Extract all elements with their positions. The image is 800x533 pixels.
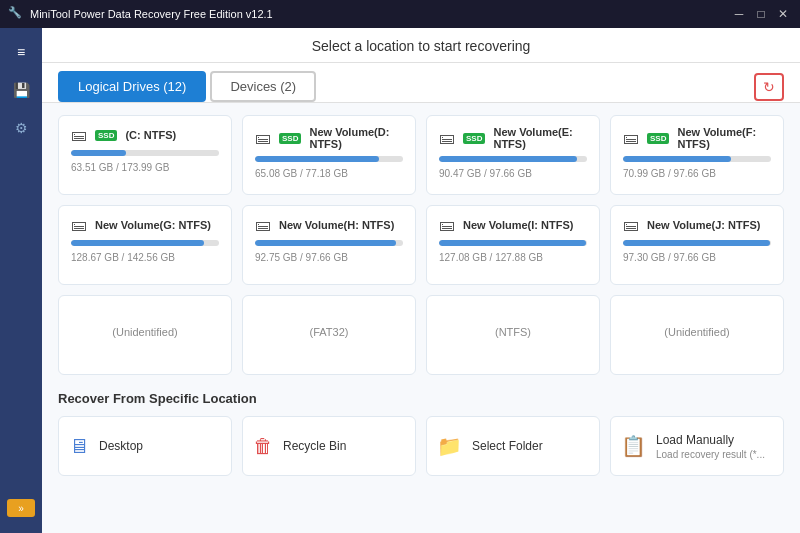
expand-button[interactable]: » [7, 499, 35, 517]
drive-progress-fill [623, 240, 770, 246]
drive-label: (Unidentified) [623, 306, 771, 358]
drive-label: New Volume(J: NTFS) [647, 219, 771, 231]
drive-icon: 🖴 [255, 129, 271, 147]
drive-progress-bar [71, 150, 219, 156]
drive-icon: 🖴 [71, 216, 87, 234]
drive-icon: 💾 [13, 82, 30, 98]
drive-card[interactable]: 🖴 SSD New Volume(D: NTFS) 65.08 GB / 77.… [242, 115, 416, 195]
drive-label: (NTFS) [439, 306, 587, 358]
ssd-badge: SSD [279, 133, 301, 144]
content-area[interactable]: 🖴 SSD (C: NTFS) 63.51 GB / 173.99 GB 🖴 S… [42, 103, 800, 533]
drive-header: 🖴 New Volume(H: NTFS) [255, 216, 403, 234]
drive-icon: 🖴 [439, 129, 455, 147]
drive-size: 128.67 GB / 142.56 GB [71, 252, 219, 263]
drive-progress-bar [255, 156, 403, 162]
sidebar-item-home[interactable]: ≡ [5, 36, 37, 68]
refresh-icon: ↻ [763, 79, 775, 95]
drive-size: 97.30 GB / 97.66 GB [623, 252, 771, 263]
sidebar-bottom: » [7, 499, 35, 525]
drive-label: New Volume(E: NTFS) [493, 126, 587, 150]
tabs-bar: Logical Drives (12) Devices (2) ↻ [42, 63, 800, 103]
drive-header: 🖴 SSD New Volume(D: NTFS) [255, 126, 403, 150]
special-card-folder[interactable]: 📁 Select Folder [426, 416, 600, 476]
special-label: Recycle Bin [283, 439, 346, 453]
app-shell: ≡ 💾 ⚙ » Select a location to start recov… [0, 28, 800, 533]
refresh-button[interactable]: ↻ [754, 73, 784, 101]
special-label: Desktop [99, 439, 143, 453]
drive-card[interactable]: (Unidentified) [58, 295, 232, 375]
special-sublabel: Load recovery result (*... [656, 449, 765, 460]
drive-card[interactable]: (NTFS) [426, 295, 600, 375]
window-controls: ─ □ ✕ [730, 5, 792, 23]
sidebar: ≡ 💾 ⚙ » [0, 28, 42, 533]
drive-progress-fill [439, 156, 577, 162]
drive-card[interactable]: 🖴 SSD New Volume(F: NTFS) 70.99 GB / 97.… [610, 115, 784, 195]
special-card-recycle[interactable]: 🗑 Recycle Bin [242, 416, 416, 476]
settings-icon: ⚙ [15, 120, 28, 136]
drive-size: 63.51 GB / 173.99 GB [71, 162, 219, 173]
drive-progress-fill [255, 240, 396, 246]
drive-size: 65.08 GB / 77.18 GB [255, 168, 403, 179]
section-title: Recover From Specific Location [58, 391, 784, 406]
drive-size: 92.75 GB / 97.66 GB [255, 252, 403, 263]
drive-size: 70.99 GB / 97.66 GB [623, 168, 771, 179]
special-card-desktop[interactable]: 🖥 Desktop [58, 416, 232, 476]
special-label: Select Folder [472, 439, 543, 453]
drive-label: (FAT32) [255, 306, 403, 358]
close-button[interactable]: ✕ [774, 5, 792, 23]
maximize-button[interactable]: □ [752, 5, 770, 23]
drive-card[interactable]: 🖴 New Volume(H: NTFS) 92.75 GB / 97.66 G… [242, 205, 416, 285]
minimize-button[interactable]: ─ [730, 5, 748, 23]
drive-progress-bar [439, 156, 587, 162]
special-card-load[interactable]: 📋 Load Manually Load recovery result (*.… [610, 416, 784, 476]
drive-header: 🖴 SSD New Volume(F: NTFS) [623, 126, 771, 150]
drive-progress-fill [255, 156, 379, 162]
drive-card[interactable]: 🖴 New Volume(G: NTFS) 128.67 GB / 142.56… [58, 205, 232, 285]
main-panel: Select a location to start recovering Lo… [42, 28, 800, 533]
home-icon: ≡ [17, 44, 25, 60]
drive-header: 🖴 New Volume(I: NTFS) [439, 216, 587, 234]
special-locations-grid: 🖥 Desktop 🗑 Recycle Bin 📁 Select Folder … [58, 416, 784, 476]
drive-card[interactable]: 🖴 New Volume(J: NTFS) 97.30 GB / 97.66 G… [610, 205, 784, 285]
drive-label: New Volume(I: NTFS) [463, 219, 587, 231]
sidebar-item-settings[interactable]: ⚙ [5, 112, 37, 144]
drive-icon: 🖴 [623, 129, 639, 147]
sidebar-item-drive[interactable]: 💾 [5, 74, 37, 106]
drive-header: 🖴 SSD New Volume(E: NTFS) [439, 126, 587, 150]
drive-card[interactable]: 🖴 New Volume(I: NTFS) 127.08 GB / 127.88… [426, 205, 600, 285]
drive-label: New Volume(H: NTFS) [279, 219, 403, 231]
drive-progress-bar [623, 240, 771, 246]
page-title: Select a location to start recovering [312, 38, 531, 54]
drive-progress-fill [71, 150, 126, 156]
tab-devices[interactable]: Devices (2) [210, 71, 316, 102]
drive-progress-bar [439, 240, 587, 246]
drive-icon: 🖴 [439, 216, 455, 234]
drive-progress-bar [623, 156, 771, 162]
page-header: Select a location to start recovering [42, 28, 800, 63]
drive-progress-fill [71, 240, 204, 246]
drive-header: 🖴 New Volume(G: NTFS) [71, 216, 219, 234]
drive-header: 🖴 SSD (C: NTFS) [71, 126, 219, 144]
tab-logical-drives[interactable]: Logical Drives (12) [58, 71, 206, 102]
drive-card[interactable]: 🖴 SSD New Volume(E: NTFS) 90.47 GB / 97.… [426, 115, 600, 195]
app-icon: 🔧 [8, 6, 24, 22]
drive-label: (Unidentified) [71, 306, 219, 358]
drive-header: 🖴 New Volume(J: NTFS) [623, 216, 771, 234]
drive-progress-fill [439, 240, 586, 246]
drive-progress-fill [623, 156, 731, 162]
drive-icon: 🖴 [71, 126, 87, 144]
app-title: MiniTool Power Data Recovery Free Editio… [30, 8, 730, 20]
drive-label: New Volume(F: NTFS) [677, 126, 771, 150]
drive-card[interactable]: (FAT32) [242, 295, 416, 375]
titlebar: 🔧 MiniTool Power Data Recovery Free Edit… [0, 0, 800, 28]
drive-label: New Volume(G: NTFS) [95, 219, 219, 231]
drive-card[interactable]: 🖴 SSD (C: NTFS) 63.51 GB / 173.99 GB [58, 115, 232, 195]
folder-icon: 📁 [437, 434, 462, 458]
ssd-badge: SSD [95, 130, 117, 141]
drive-progress-bar [255, 240, 403, 246]
drive-card[interactable]: (Unidentified) [610, 295, 784, 375]
expand-icon: » [18, 503, 24, 514]
ssd-badge: SSD [463, 133, 485, 144]
special-label: Load Manually [656, 433, 765, 447]
drive-label: (C: NTFS) [125, 129, 219, 141]
